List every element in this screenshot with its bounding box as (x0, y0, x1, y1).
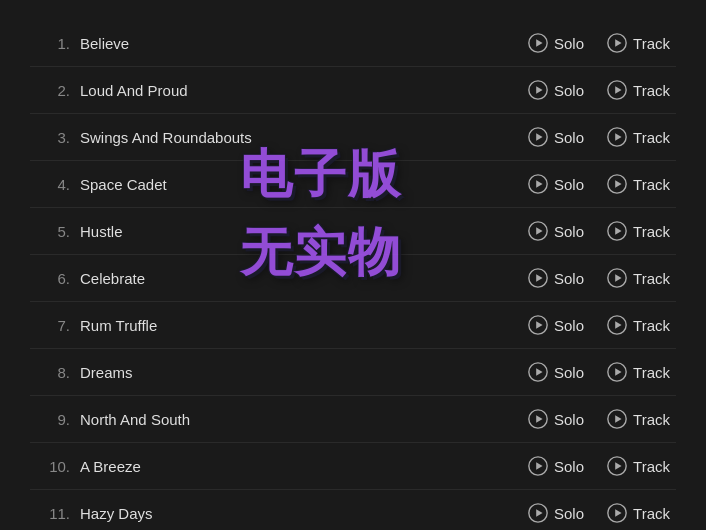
track-button[interactable]: Track (600, 453, 676, 479)
solo-label: Solo (554, 223, 584, 240)
track-button[interactable]: Track (600, 265, 676, 291)
play-icon (527, 173, 549, 195)
track-list: 1.Believe Solo Track 2.Loud And Proud So… (0, 0, 706, 530)
track-label: Track (633, 317, 670, 334)
track-title: North And South (80, 411, 521, 428)
svg-marker-29 (536, 368, 542, 375)
solo-label: Solo (554, 411, 584, 428)
solo-button[interactable]: Solo (521, 77, 590, 103)
play-icon (527, 126, 549, 148)
track-number: 3. (30, 129, 70, 146)
play-icon (606, 455, 628, 477)
play-icon (527, 502, 549, 524)
track-title: Hustle (80, 223, 521, 240)
play-icon (606, 267, 628, 289)
solo-button[interactable]: Solo (521, 453, 590, 479)
track-title: Hazy Days (80, 505, 521, 522)
svg-marker-17 (536, 227, 542, 234)
track-controls: Solo Track (521, 77, 676, 103)
svg-marker-15 (615, 180, 621, 187)
track-button[interactable]: Track (600, 500, 676, 526)
track-controls: Solo Track (521, 265, 676, 291)
track-number: 10. (30, 458, 70, 475)
play-icon (527, 220, 549, 242)
play-icon (606, 32, 628, 54)
svg-marker-31 (615, 368, 621, 375)
svg-marker-3 (615, 39, 621, 46)
solo-button[interactable]: Solo (521, 312, 590, 338)
svg-marker-5 (536, 86, 542, 93)
track-row: 8.Dreams Solo Track (30, 349, 676, 396)
solo-label: Solo (554, 82, 584, 99)
track-button[interactable]: Track (600, 312, 676, 338)
solo-button[interactable]: Solo (521, 406, 590, 432)
track-button[interactable]: Track (600, 30, 676, 56)
svg-marker-7 (615, 86, 621, 93)
solo-label: Solo (554, 270, 584, 287)
track-number: 9. (30, 411, 70, 428)
track-number: 7. (30, 317, 70, 334)
track-label: Track (633, 35, 670, 52)
solo-label: Solo (554, 35, 584, 52)
track-row: 11.Hazy Days Solo Track (30, 490, 676, 530)
play-icon (606, 79, 628, 101)
solo-button[interactable]: Solo (521, 500, 590, 526)
play-icon (527, 314, 549, 336)
track-button[interactable]: Track (600, 77, 676, 103)
track-button[interactable]: Track (600, 171, 676, 197)
solo-button[interactable]: Solo (521, 30, 590, 56)
play-icon (527, 408, 549, 430)
track-controls: Solo Track (521, 124, 676, 150)
svg-marker-21 (536, 274, 542, 281)
svg-marker-25 (536, 321, 542, 328)
track-title: Space Cadet (80, 176, 521, 193)
track-button[interactable]: Track (600, 406, 676, 432)
track-label: Track (633, 270, 670, 287)
track-row: 2.Loud And Proud Solo Track (30, 67, 676, 114)
track-button[interactable]: Track (600, 124, 676, 150)
track-row: 6.Celebrate Solo Track (30, 255, 676, 302)
track-row: 10.A Breeze Solo Track (30, 443, 676, 490)
play-icon (606, 220, 628, 242)
track-button[interactable]: Track (600, 218, 676, 244)
play-icon (527, 32, 549, 54)
track-number: 6. (30, 270, 70, 287)
track-row: 5.Hustle Solo Track (30, 208, 676, 255)
svg-marker-1 (536, 39, 542, 46)
play-icon (527, 267, 549, 289)
track-label: Track (633, 176, 670, 193)
solo-label: Solo (554, 364, 584, 381)
track-row: 1.Believe Solo Track (30, 20, 676, 67)
track-number: 1. (30, 35, 70, 52)
track-label: Track (633, 364, 670, 381)
track-title: Rum Truffle (80, 317, 521, 334)
solo-button[interactable]: Solo (521, 265, 590, 291)
track-number: 4. (30, 176, 70, 193)
svg-marker-13 (536, 180, 542, 187)
svg-marker-43 (615, 509, 621, 516)
svg-marker-19 (615, 227, 621, 234)
play-icon (527, 455, 549, 477)
solo-button[interactable]: Solo (521, 218, 590, 244)
solo-label: Solo (554, 317, 584, 334)
track-label: Track (633, 223, 670, 240)
play-icon (606, 314, 628, 336)
solo-label: Solo (554, 458, 584, 475)
track-button[interactable]: Track (600, 359, 676, 385)
svg-marker-27 (615, 321, 621, 328)
track-controls: Solo Track (521, 171, 676, 197)
play-icon (606, 173, 628, 195)
track-title: Swings And Roundabouts (80, 129, 521, 146)
track-controls: Solo Track (521, 500, 676, 526)
play-icon (606, 126, 628, 148)
solo-label: Solo (554, 505, 584, 522)
track-controls: Solo Track (521, 312, 676, 338)
play-icon (527, 79, 549, 101)
solo-label: Solo (554, 129, 584, 146)
track-controls: Solo Track (521, 453, 676, 479)
solo-button[interactable]: Solo (521, 171, 590, 197)
play-icon (606, 502, 628, 524)
solo-button[interactable]: Solo (521, 124, 590, 150)
solo-button[interactable]: Solo (521, 359, 590, 385)
track-title: Believe (80, 35, 521, 52)
